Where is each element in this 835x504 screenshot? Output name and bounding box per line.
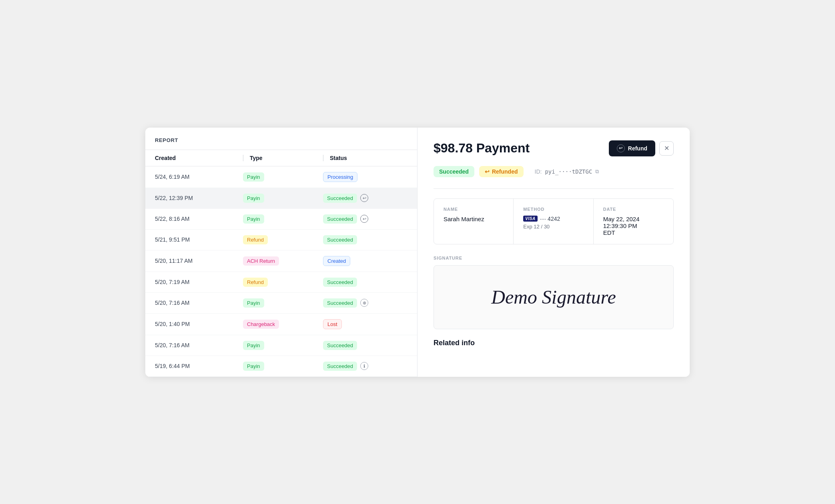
- cell-type: Chargeback: [243, 320, 323, 329]
- card-number: ···· 4242: [540, 216, 560, 222]
- cell-created: 5/20, 7:19 AM: [155, 279, 243, 285]
- cell-created: 5/20, 7:16 AM: [155, 300, 243, 306]
- cell-status: Processing: [323, 172, 407, 182]
- cell-type: Refund: [243, 278, 323, 287]
- table-row[interactable]: 5/20, 7:16 AMPayinSucceeded⊕: [145, 293, 417, 314]
- info-grid: NAME Sarah Martinez METHOD VISA ···· 424…: [434, 198, 674, 244]
- table-row[interactable]: 5/20, 1:40 PMChargebackLost: [145, 314, 417, 335]
- type-badge: ACH Return: [243, 256, 279, 266]
- date-value: May 22, 2024 12:39:30 PM EDT: [603, 216, 664, 236]
- refund-indicator-icon: ↩: [360, 194, 368, 202]
- visa-icon: VISA: [523, 216, 537, 222]
- method-cell: METHOD VISA ···· 4242 Exp 12 / 30: [514, 199, 593, 244]
- table-row[interactable]: 5/20, 11:17 AMACH ReturnCreated: [145, 250, 417, 272]
- date-label: DATE: [603, 207, 664, 212]
- panel-header: $98.78 Payment ↩ Refund ✕: [434, 140, 674, 156]
- divider: [434, 188, 674, 189]
- status-badge: Processing: [323, 172, 357, 182]
- refund-badge-icon: ↩: [485, 168, 490, 175]
- succeeded-badge: Succeeded: [434, 166, 474, 177]
- table-row[interactable]: 5/20, 7:19 AMRefundSucceeded: [145, 272, 417, 293]
- signature-text: Demo Signature: [491, 286, 616, 308]
- table-row[interactable]: 5/24, 6:19 AMPayinProcessing: [145, 166, 417, 188]
- cell-status: Succeededℹ: [323, 362, 407, 371]
- type-badge: Payin: [243, 341, 264, 350]
- cell-created: 5/20, 7:16 AM: [155, 342, 243, 348]
- refund-indicator-icon: ↩: [360, 215, 368, 223]
- cell-status: Created: [323, 256, 407, 266]
- related-info-label: Related info: [434, 339, 674, 347]
- name-label: NAME: [444, 207, 504, 212]
- type-badge: Refund: [243, 278, 268, 287]
- name-cell: NAME Sarah Martinez: [434, 199, 514, 244]
- signature-box: Demo Signature: [434, 265, 674, 329]
- refunded-badge: ↩ Refunded: [479, 166, 524, 177]
- type-badge: Payin: [243, 298, 264, 308]
- cell-type: Refund: [243, 235, 323, 244]
- type-badge: Payin: [243, 172, 264, 182]
- type-badge: Payin: [243, 362, 264, 371]
- cell-created: 5/24, 6:19 AM: [155, 174, 243, 180]
- right-panel: $98.78 Payment ↩ Refund ✕ Succeeded ↩ Re…: [418, 128, 690, 377]
- table-row[interactable]: 5/21, 9:51 PMRefundSucceeded: [145, 230, 417, 250]
- info-indicator-icon: ℹ: [360, 362, 368, 370]
- date-cell: DATE May 22, 2024 12:39:30 PM EDT: [594, 199, 673, 244]
- status-badge: Succeeded: [323, 278, 357, 287]
- table-row[interactable]: 5/22, 8:16 AMPayinSucceeded↩: [145, 209, 417, 230]
- table-row[interactable]: 5/22, 12:39 PMPayinSucceeded↩: [145, 188, 417, 209]
- table-container: Created Type Status 5/24, 6:19 AMPayinPr…: [145, 150, 417, 377]
- signature-section: SIGNATURE Demo Signature: [434, 256, 674, 329]
- col-header-type: Type: [243, 155, 323, 161]
- cell-type: ACH Return: [243, 256, 323, 266]
- refund-icon: ↩: [617, 144, 625, 152]
- payment-title: $98.78 Payment: [434, 141, 530, 156]
- status-badge: Created: [323, 256, 350, 266]
- refund-button[interactable]: ↩ Refund: [609, 140, 655, 156]
- type-badge: Refund: [243, 235, 268, 244]
- cell-status: Lost: [323, 319, 407, 329]
- cell-created: 5/22, 8:16 AM: [155, 216, 243, 222]
- table-row[interactable]: 5/20, 7:16 AMPayinSucceeded: [145, 335, 417, 356]
- cell-type: Payin: [243, 194, 323, 203]
- status-badge: Succeeded: [323, 214, 357, 224]
- exp-line: Exp 12 / 30: [523, 224, 583, 230]
- cell-type: Payin: [243, 172, 323, 182]
- cell-type: Payin: [243, 214, 323, 224]
- table-row[interactable]: 5/19, 6:44 PMPayinSucceededℹ: [145, 356, 417, 377]
- cell-type: Payin: [243, 298, 323, 308]
- status-badge: Succeeded: [323, 362, 357, 371]
- circle-indicator-icon: ⊕: [360, 299, 368, 307]
- cell-status: Succeeded↩: [323, 214, 407, 224]
- status-row: Succeeded ↩ Refunded ID: pyi_····tDZTGC …: [434, 166, 674, 177]
- copy-icon[interactable]: ⧉: [595, 168, 599, 175]
- table-header: Created Type Status: [145, 150, 417, 166]
- cell-type: Payin: [243, 362, 323, 371]
- cell-status: Succeeded: [323, 341, 407, 350]
- type-badge: Payin: [243, 214, 264, 224]
- id-section: ID: pyi_····tDZTGC ⧉: [535, 168, 599, 175]
- cell-created: 5/22, 12:39 PM: [155, 195, 243, 201]
- signature-label: SIGNATURE: [434, 256, 674, 260]
- cell-created: 5/20, 1:40 PM: [155, 321, 243, 327]
- cell-status: Succeeded⊕: [323, 298, 407, 308]
- id-label: ID:: [535, 168, 542, 175]
- status-badge: Lost: [323, 319, 342, 329]
- status-badge: Succeeded: [323, 235, 357, 244]
- cell-created: 5/20, 11:17 AM: [155, 258, 243, 264]
- name-value: Sarah Martinez: [444, 216, 504, 222]
- method-line: VISA ···· 4242: [523, 216, 583, 222]
- main-container: REPORT Created Type Status 5/24, 6:19 AM…: [145, 128, 690, 377]
- cell-type: Payin: [243, 341, 323, 350]
- col-header-status: Status: [323, 155, 407, 161]
- col-header-created: Created: [155, 155, 243, 161]
- type-badge: Chargeback: [243, 320, 279, 329]
- status-badge: Succeeded: [323, 341, 357, 350]
- report-label: REPORT: [145, 137, 417, 150]
- cell-created: 5/19, 6:44 PM: [155, 363, 243, 369]
- close-button[interactable]: ✕: [659, 141, 674, 156]
- id-value: pyi_····tDZTGC: [545, 168, 592, 175]
- method-label: METHOD: [523, 207, 583, 212]
- header-actions: ↩ Refund ✕: [609, 140, 674, 156]
- cell-status: Succeeded: [323, 278, 407, 287]
- type-badge: Payin: [243, 194, 264, 203]
